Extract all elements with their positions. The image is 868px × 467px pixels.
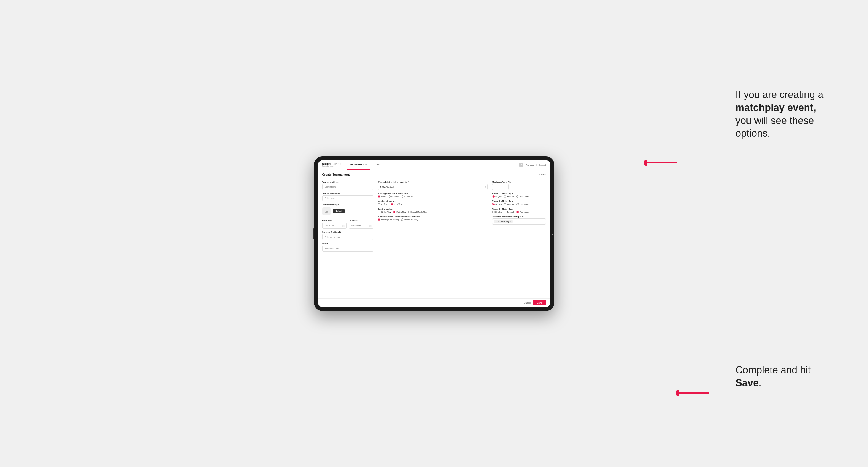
rounds-4-radio[interactable]: [397, 203, 400, 206]
round3-singles-label: Singles: [495, 211, 502, 213]
round3-fourball[interactable]: Fourball: [504, 211, 514, 213]
sponsor-field: Sponsor (optional): [322, 231, 373, 240]
teams-individuals-label: Individuals Only: [404, 219, 418, 221]
rounds-1[interactable]: 1: [378, 203, 382, 206]
round1-foursomes[interactable]: Foursomes: [517, 195, 529, 198]
start-date-label: Start date: [322, 220, 332, 222]
scoring-match-radio[interactable]: [393, 211, 396, 213]
teams-label: Is this event for Teams and/or Individua…: [378, 215, 488, 218]
round2-singles-radio[interactable]: [492, 203, 495, 206]
round2-fourball-radio[interactable]: [504, 203, 506, 206]
round1-fourball-label: Fourball: [507, 195, 514, 197]
page-header: Create Tournament ← Back: [318, 170, 550, 178]
scoring-radio-group: Stroke Play Match Play Medal Match Play: [378, 211, 488, 213]
form-area: Tournament Host Tournament name Tourname…: [318, 178, 550, 298]
teams-both[interactable]: Teams (+Individuals): [378, 218, 399, 221]
round3-foursomes-radio[interactable]: [517, 211, 519, 213]
api-tag-close[interactable]: ✕: [510, 220, 512, 223]
round1-fourball[interactable]: Fourball: [504, 195, 514, 198]
form-right-column: Maximum Team Size Round 1 - Match Type S…: [492, 181, 546, 295]
teams-both-radio[interactable]: [378, 218, 380, 221]
division-label: Which division is the event for?: [378, 181, 488, 183]
round1-foursomes-radio[interactable]: [517, 195, 519, 198]
gender-combined-radio[interactable]: [401, 195, 403, 198]
max-team-size-label: Maximum Team Size: [492, 181, 546, 183]
sign-out-link[interactable]: Sign out: [539, 164, 546, 166]
round2-singles[interactable]: Singles: [492, 203, 502, 206]
annotation-bottom-right: Complete and hit Save.: [736, 364, 835, 390]
logo-placeholder: [322, 207, 331, 215]
round3-singles[interactable]: Singles: [492, 211, 502, 213]
round1-singles-radio[interactable]: [492, 195, 495, 198]
max-team-size-input[interactable]: [492, 184, 509, 190]
rounds-2-radio[interactable]: [384, 203, 386, 206]
round3-singles-radio[interactable]: [492, 211, 495, 213]
tournament-host-input[interactable]: [322, 184, 373, 190]
gender-womens[interactable]: Womens: [388, 195, 399, 198]
end-date-label: End date: [349, 220, 358, 222]
page-title: Create Tournament: [322, 173, 350, 176]
round2-foursomes-radio[interactable]: [517, 203, 519, 206]
round3-match-type-label: Round 3 - Match Type: [492, 208, 546, 210]
api-tag: Leaderboard King ✕: [494, 220, 513, 223]
round3-fourball-label: Fourball: [507, 211, 514, 213]
round3-foursomes[interactable]: Foursomes: [517, 211, 529, 213]
tab-teams[interactable]: TEAMS: [370, 160, 383, 170]
scoring-stroke[interactable]: Stroke Play: [378, 211, 391, 213]
cancel-button[interactable]: Cancel: [524, 302, 531, 304]
round2-foursomes[interactable]: Foursomes: [517, 203, 529, 206]
round2-foursomes-label: Foursomes: [520, 203, 529, 205]
rounds-2[interactable]: 2: [384, 203, 389, 206]
venue-input[interactable]: [322, 246, 373, 252]
round1-match-type-field: Round 1 - Match Type Singles Fourball: [492, 192, 546, 198]
end-date-calendar-icon: 📅: [369, 224, 372, 227]
gender-combined[interactable]: Combined: [401, 195, 413, 198]
tournament-name-input[interactable]: [322, 195, 373, 201]
avatar: T: [519, 163, 523, 167]
scoring-stroke-radio[interactable]: [378, 211, 380, 213]
round2-match-type-field: Round 2 - Match Type Singles Fourball: [492, 200, 546, 206]
teams-individuals[interactable]: Individuals Only: [401, 218, 418, 221]
scoring-medal-radio[interactable]: [408, 211, 411, 213]
round1-fourball-radio[interactable]: [504, 195, 506, 198]
rounds-3[interactable]: 3: [391, 203, 395, 206]
round1-singles[interactable]: Singles: [492, 195, 502, 198]
save-button[interactable]: Save: [533, 300, 546, 306]
division-field: Which division is the event for? NCAA Di…: [378, 181, 488, 190]
user-name: Test User: [526, 164, 534, 166]
api-select[interactable]: Leaderboard King ✕ ▲ ▼: [492, 218, 546, 224]
upload-button[interactable]: Upload: [333, 209, 345, 214]
rounds-field: Number of rounds 1 2 3: [378, 200, 488, 206]
teams-individuals-radio[interactable]: [401, 218, 403, 221]
venue-field: Venue ▾: [322, 242, 373, 252]
gender-mens[interactable]: Mens: [378, 195, 386, 198]
sponsor-label: Sponsor (optional): [322, 231, 373, 234]
round3-foursomes-label: Foursomes: [520, 211, 529, 213]
tab-tournaments[interactable]: TOURNAMENTS: [347, 160, 370, 170]
round2-fourball[interactable]: Fourball: [504, 203, 514, 206]
rounds-4[interactable]: 4: [397, 203, 402, 206]
scoring-match[interactable]: Match Play: [393, 211, 406, 213]
scoring-match-label: Match Play: [396, 211, 406, 213]
scoring-field: Scoring system Stroke Play Match Play: [378, 208, 488, 213]
form-mid-column: Which division is the event for? NCAA Di…: [378, 181, 488, 295]
scoring-label: Scoring system: [378, 208, 488, 210]
rounds-1-radio[interactable]: [378, 203, 380, 206]
logo-area: Upload: [322, 207, 373, 215]
gender-womens-radio[interactable]: [388, 195, 391, 198]
arrow-to-match-type: [644, 157, 683, 168]
gender-mens-radio[interactable]: [378, 195, 380, 198]
rounds-3-radio[interactable]: [391, 203, 393, 206]
nav-tabs: TOURNAMENTS TEAMS: [347, 160, 383, 170]
brand-logo: SCOREBOARD Powered by clippit: [322, 163, 342, 167]
scoring-medal[interactable]: Medal Match Play: [408, 211, 427, 213]
division-select[interactable]: NCAA Division I: [378, 184, 488, 190]
back-button[interactable]: ← Back: [538, 173, 546, 176]
start-date-field: Start date 📅: [322, 218, 347, 229]
annotation-bold-save: Save: [736, 377, 758, 388]
round3-fourball-radio[interactable]: [504, 211, 506, 213]
sponsor-input[interactable]: [322, 234, 373, 240]
annotation-top-right: If you are creating a matchplay event, y…: [736, 88, 835, 140]
scoring-stroke-label: Stroke Play: [381, 211, 391, 213]
tournament-host-label: Tournament Host: [322, 181, 373, 183]
